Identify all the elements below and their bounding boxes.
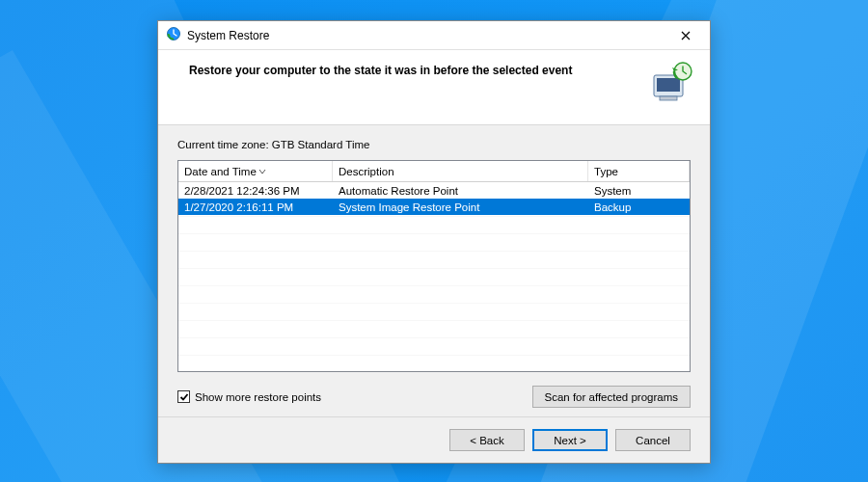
close-button[interactable] (665, 22, 706, 49)
column-label: Type (594, 166, 618, 177)
checkbox-label: Show more restore points (195, 391, 321, 403)
cell-type: Backup (588, 201, 690, 213)
app-icon (166, 26, 181, 44)
table-row[interactable]: 2/28/2021 12:24:36 PMAutomatic Restore P… (178, 182, 690, 199)
svg-rect-2 (657, 78, 680, 92)
close-icon (681, 31, 691, 40)
scan-affected-button[interactable]: Scan for affected programs (532, 386, 692, 408)
timezone-label: Current time zone: GTB Standard Time (177, 139, 691, 150)
grid-footer-row: Show more restore points Scan for affect… (177, 386, 691, 408)
column-label: Description (339, 166, 394, 177)
grid-header: Date and Time Description Type (178, 161, 690, 182)
column-header-type[interactable]: Type (588, 161, 690, 181)
window-title: System Restore (187, 29, 269, 42)
next-button[interactable]: Next > (532, 429, 608, 451)
titlebar: System Restore (158, 21, 710, 50)
checkbox-icon (177, 390, 190, 403)
restore-points-grid: Date and Time Description Type 2/28/2021… (177, 160, 691, 372)
system-restore-dialog: System Restore Restore your computer to … (157, 20, 711, 464)
back-button[interactable]: < Back (449, 429, 525, 451)
cell-datetime: 2/28/2021 12:24:36 PM (178, 185, 333, 197)
svg-rect-3 (660, 96, 677, 100)
restore-hero-icon (648, 62, 694, 104)
cell-datetime: 1/27/2020 2:16:11 PM (178, 201, 333, 213)
wizard-footer: < Back Next > Cancel (158, 416, 710, 463)
column-header-datetime[interactable]: Date and Time (178, 161, 333, 181)
column-label: Date and Time (184, 166, 257, 177)
sort-descending-icon (258, 166, 266, 177)
table-row[interactable]: 1/27/2020 2:16:11 PMSystem Image Restore… (178, 199, 690, 215)
cell-description: Automatic Restore Point (333, 185, 588, 197)
grid-body: 2/28/2021 12:24:36 PMAutomatic Restore P… (178, 182, 690, 371)
show-more-checkbox[interactable]: Show more restore points (177, 390, 321, 403)
cancel-button[interactable]: Cancel (615, 429, 691, 451)
wizard-content: Current time zone: GTB Standard Time Dat… (158, 125, 710, 416)
cell-type: System (588, 185, 690, 197)
cell-description: System Image Restore Point (333, 201, 588, 213)
page-heading: Restore your computer to the state it wa… (189, 62, 648, 77)
column-header-description[interactable]: Description (333, 161, 588, 181)
wizard-header: Restore your computer to the state it wa… (158, 50, 710, 125)
